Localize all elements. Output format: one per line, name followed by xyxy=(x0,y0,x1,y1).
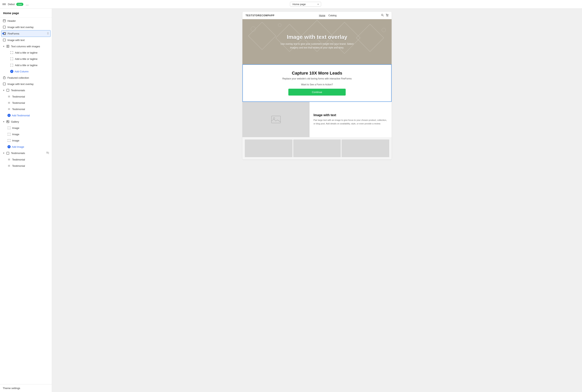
list-icon xyxy=(8,158,11,161)
fireforms-title: Capture 10X More Leads xyxy=(247,71,387,76)
sidebar-item-label: Testimonial xyxy=(12,95,25,98)
sidebar-item-label: Add a title or tagline xyxy=(15,51,38,54)
svg-rect-10 xyxy=(7,89,9,92)
section-icon xyxy=(6,152,10,155)
collapse-arrow-icon[interactable]: ▼ xyxy=(3,89,5,92)
search-icon[interactable] xyxy=(381,14,384,17)
sidebar-item-gallery[interactable]: ▼ Gallery xyxy=(0,118,52,125)
sidebar-item-image-3[interactable]: Image xyxy=(0,137,52,144)
sidebar-item-image-with-text[interactable]: Image with text xyxy=(0,37,52,43)
featured-card-3 xyxy=(342,140,389,157)
sidebar-item-label: Add Image xyxy=(12,146,24,148)
fireforms-continue-button[interactable]: Continue xyxy=(288,89,346,96)
svg-rect-2 xyxy=(3,26,6,28)
more-options-button[interactable]: ... xyxy=(25,2,30,6)
sidebar-item-header[interactable]: Header xyxy=(0,18,52,24)
cart-icon[interactable] xyxy=(386,14,388,17)
sidebar-item-featured-collection[interactable]: Featured collection xyxy=(0,74,52,81)
chevron-down-icon: ▾ xyxy=(318,3,319,5)
nav-link-catalog[interactable]: Catalog xyxy=(328,14,336,17)
sidebar-item-label: Testimonials xyxy=(11,152,25,154)
svg-rect-9 xyxy=(3,83,6,85)
sidebar-list: Header Image with text overlay FireForms… xyxy=(0,18,52,384)
sidebar-item-label: Add a title or tagline xyxy=(15,58,38,60)
page-selector[interactable]: Home page ▾ xyxy=(290,2,321,7)
sidebar-item-add-image[interactable]: + Add Image xyxy=(0,144,52,150)
eye-off-icon[interactable] xyxy=(46,152,49,155)
sidebar-item-image-2[interactable]: Image xyxy=(0,131,52,137)
live-badge: Live xyxy=(16,3,23,6)
svg-rect-7 xyxy=(8,45,9,48)
sidebar-item-tagline-2[interactable]: Add a title or tagline xyxy=(0,56,52,62)
image-with-text-title: Image with text xyxy=(313,114,388,117)
topbar: Debut Live ... Home page ▾ xyxy=(0,0,582,9)
sidebar-item-fireforms[interactable]: FireForms ⠿ xyxy=(1,30,51,37)
sidebar-item-label: Image with text xyxy=(8,39,25,42)
fireforms-subtitle: Replace your website's old boring forms … xyxy=(247,77,387,80)
section-icon xyxy=(3,38,6,42)
sidebar-item-testimonials-2[interactable]: ▼ Testimonials xyxy=(0,150,52,156)
list-icon xyxy=(8,101,11,104)
svg-rect-6 xyxy=(7,45,8,48)
drag-handle-icon[interactable]: ⠿ xyxy=(47,32,49,35)
sidebar-item-text-columns[interactable]: ▼ Text columns with images xyxy=(0,43,52,50)
sidebar-item-add-testimonial-1[interactable]: + Add Testimonial xyxy=(0,112,52,118)
hero-section: Image with text overlay Use overlay text… xyxy=(242,19,392,64)
sidebar-item-testimonial-1[interactable]: Testimonial xyxy=(0,94,52,100)
section-icon xyxy=(3,82,6,86)
sidebar-item-testimonial-3[interactable]: Testimonial xyxy=(0,106,52,112)
sidebar: Home page Header Image with text overlay xyxy=(0,9,52,392)
topbar-left: Debut Live ... xyxy=(2,2,30,6)
sidebar-item-image-text-overlay-1[interactable]: Image with text overlay xyxy=(0,24,52,30)
menu-icon[interactable] xyxy=(2,2,6,6)
sidebar-item-testimonial-2[interactable]: Testimonial xyxy=(0,100,52,106)
svg-rect-5 xyxy=(3,39,6,41)
sidebar-item-testimonials-1[interactable]: ▼ Testimonials xyxy=(0,87,52,94)
svg-rect-0 xyxy=(3,20,6,22)
collapse-arrow-icon[interactable]: ▼ xyxy=(3,121,5,123)
nav-link-home[interactable]: Home xyxy=(319,14,325,17)
svg-point-29 xyxy=(381,14,383,16)
list-icon xyxy=(8,108,11,111)
sidebar-item-image-text-overlay-2[interactable]: Image with text overlay xyxy=(0,81,52,87)
collapse-arrow-icon[interactable]: ▼ xyxy=(3,45,5,48)
sidebar-item-label: Testimonial xyxy=(12,158,25,161)
nav-links: Home Catalog xyxy=(319,14,336,17)
hero-title: Image with text overlay xyxy=(280,34,354,40)
image-placeholder xyxy=(242,102,310,137)
sidebar-item-label: Testimonial xyxy=(12,108,25,111)
add-icon: + xyxy=(8,145,11,148)
theme-settings-link[interactable]: Theme settings xyxy=(0,384,52,392)
store-name: TESTSTORECOMPAPP xyxy=(246,14,275,17)
svg-line-30 xyxy=(383,16,384,16)
svg-rect-22 xyxy=(7,152,9,154)
sidebar-item-label: Add a title or tagline xyxy=(15,64,38,67)
add-icon: + xyxy=(10,70,13,73)
sidebar-item-label: Testimonial xyxy=(12,102,25,104)
sidebar-item-image-1[interactable]: Image xyxy=(0,125,52,131)
sidebar-item-testimonial-4[interactable]: Testimonial xyxy=(0,156,52,163)
add-icon: + xyxy=(8,114,11,117)
sidebar-item-label: Image xyxy=(12,139,19,142)
sidebar-item-label: Testimonial xyxy=(12,164,25,167)
sidebar-item-add-column[interactable]: + Add Column xyxy=(0,68,52,74)
svg-rect-8 xyxy=(3,77,5,79)
corner-box-icon xyxy=(10,57,13,60)
sidebar-item-label: Image xyxy=(12,133,19,136)
sidebar-item-label: Add Testimonial xyxy=(12,114,30,117)
sidebar-item-label: FireForms xyxy=(8,32,19,35)
list-icon xyxy=(8,164,11,167)
corner-box-icon xyxy=(8,139,11,142)
svg-rect-4 xyxy=(4,33,5,34)
sidebar-item-tagline-3[interactable]: Add a title or tagline xyxy=(0,62,52,68)
featured-card-1 xyxy=(245,140,292,157)
fireforms-section: Capture 10X More Leads Replace your webs… xyxy=(242,64,392,102)
svg-point-31 xyxy=(387,16,387,16)
section-icon xyxy=(6,89,10,92)
featured-card-2 xyxy=(293,140,341,157)
sidebar-item-testimonial-5[interactable]: Testimonial xyxy=(0,163,52,169)
sidebar-item-tagline-1[interactable]: Add a title or tagline xyxy=(0,50,52,56)
browser-navbar: TESTSTORECOMPAPP Home Catalog xyxy=(242,12,392,19)
preview-browser: TESTSTORECOMPAPP Home Catalog xyxy=(242,12,392,160)
collapse-arrow-icon[interactable]: ▼ xyxy=(3,152,5,154)
